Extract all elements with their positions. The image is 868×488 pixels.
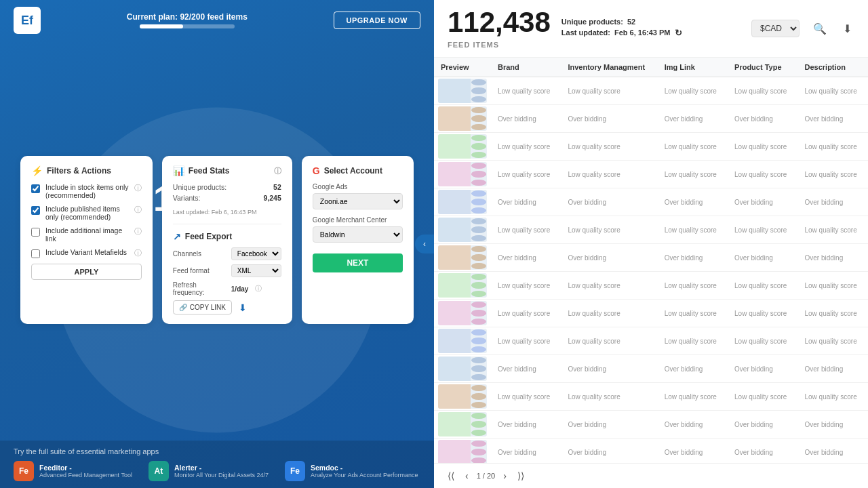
table-cell: Low quality score	[561, 383, 657, 411]
status-text: Low quality score	[498, 393, 550, 401]
preview-cell	[434, 133, 491, 161]
thumb-dot	[471, 357, 486, 363]
thumb-dot	[471, 246, 486, 252]
status-text: Low quality score	[665, 393, 717, 401]
status-text: Low quality score	[665, 282, 717, 289]
thumb-dot	[471, 218, 486, 224]
status-text: Low quality score	[734, 282, 787, 289]
channels-select[interactable]: Facebook	[231, 247, 281, 260]
thumb-dot	[471, 402, 486, 408]
merchant-center-section: Google Merchant Center Baldwin	[313, 216, 403, 243]
filter-label: Include additional image link	[45, 226, 129, 243]
status-text: Low quality score	[665, 87, 717, 95]
filter-row: Include Variant Metafieldsⓘ	[31, 248, 142, 258]
table-header-cell: Description	[798, 58, 869, 77]
refresh-row: Refresh frequency: 1/day ⓘ	[173, 281, 281, 296]
variants-row: Variants: 9,245	[173, 194, 281, 202]
thumb-dot	[471, 79, 486, 85]
status-text: Over bidding	[498, 421, 536, 428]
thumb-left	[438, 384, 471, 409]
thumb-dot	[471, 274, 486, 280]
refresh-icon[interactable]: ↻	[675, 28, 682, 38]
status-text: Low quality score	[498, 143, 550, 150]
thumb-left	[438, 301, 471, 325]
status-text: Over bidding	[665, 365, 703, 373]
thumb-right	[471, 412, 487, 436]
table-cell: Low quality score	[658, 161, 728, 188]
filter-checkbox[interactable]	[31, 228, 40, 237]
status-text: Over bidding	[734, 254, 773, 262]
thumb-inner	[438, 162, 487, 186]
table-cell: Low quality score	[561, 161, 657, 188]
table-head: PreviewBrandInventory ManagmentImg LinkP…	[434, 58, 868, 77]
table-cell: Over bidding	[491, 355, 561, 383]
right-big-count: 112,438	[448, 8, 551, 37]
table-row: Low quality scoreLow quality scoreLow qu…	[434, 77, 868, 105]
table-cell: Over bidding	[798, 355, 869, 383]
thumb-left	[438, 79, 471, 103]
app-item: Fe Semdoc - Analyze Your Ads Account Per…	[285, 461, 418, 481]
status-text: Low quality score	[568, 393, 620, 401]
right-count-block: 112,438 FEED ITEMS	[448, 8, 551, 49]
app-icon: At	[149, 461, 169, 481]
table-cell: Low quality score	[728, 383, 797, 411]
apply-button[interactable]: APPLY	[31, 264, 142, 280]
filter-checkbox[interactable]	[31, 206, 40, 215]
info-icon: ⓘ	[134, 205, 142, 215]
thumb-inner	[438, 218, 487, 242]
download-button[interactable]: ⬇	[840, 20, 854, 38]
status-text: Over bidding	[734, 365, 773, 373]
download-icon[interactable]: ⬇	[239, 302, 247, 313]
link-icon: 🔗	[179, 304, 187, 311]
app-item: Fe Feeditor - Advanced Feed Management T…	[14, 461, 132, 481]
toggle-panel-button[interactable]: ‹	[415, 235, 434, 253]
upgrade-button[interactable]: UPGRADE NOW	[334, 12, 420, 29]
next-button[interactable]: NEXT	[313, 253, 403, 272]
thumb-right	[471, 384, 487, 409]
table-cell: Over bidding	[658, 439, 728, 464]
feed-stats-card: 📊 Feed Stats ⓘ Unique products: 52 Varia…	[162, 156, 292, 324]
next-page-button[interactable]: ›	[500, 469, 509, 483]
status-text: Over bidding	[568, 421, 606, 428]
thumb-inner	[438, 273, 487, 298]
thumb-dot	[471, 441, 486, 447]
currency-select[interactable]: $CAD$USD€EUR	[751, 20, 800, 37]
status-text: Over bidding	[568, 365, 606, 373]
search-button[interactable]: 🔍	[810, 20, 829, 38]
thumb-dot	[471, 226, 486, 232]
status-text: Low quality score	[498, 87, 550, 95]
last-page-button[interactable]: ⟩⟩	[515, 469, 527, 483]
first-page-button[interactable]: ⟨⟨	[445, 469, 457, 483]
google-ads-select[interactable]: Zooni.ae	[313, 193, 403, 209]
thumb-left	[438, 245, 471, 270]
info-icon-stats: ⓘ	[274, 166, 281, 176]
thumb-dot	[471, 319, 486, 325]
status-text: Over bidding	[805, 449, 844, 456]
table-cell: Low quality score	[798, 161, 869, 188]
preview-thumb	[438, 106, 487, 131]
table-cell: Low quality score	[728, 327, 797, 355]
thumb-right	[471, 134, 487, 159]
thumb-dot	[471, 207, 486, 214]
format-select[interactable]: XML	[231, 264, 281, 277]
copy-link-button[interactable]: 🔗 COPY LINK	[173, 300, 232, 314]
table-cell: Low quality score	[561, 300, 657, 327]
preview-thumb	[438, 440, 487, 463]
filters-card-header: ⚡ Filters & Actions	[31, 165, 142, 176]
table-cell: Low quality score	[798, 327, 869, 355]
google-ads-section: Google Ads Zooni.ae	[313, 183, 403, 209]
filter-checkbox[interactable]	[31, 249, 40, 258]
status-text: Low quality score	[805, 282, 857, 289]
filter-checkbox[interactable]	[31, 184, 40, 193]
prev-page-button[interactable]: ‹	[462, 469, 471, 483]
table-cell: Over bidding	[561, 105, 657, 133]
table-cell: Low quality score	[561, 216, 657, 244]
filter-label: Include Variant Metafields	[45, 248, 129, 256]
merchant-center-select[interactable]: Baldwin	[313, 226, 403, 243]
table-cell: Over bidding	[798, 244, 869, 272]
google-icon: G	[313, 165, 320, 176]
table-cell: Over bidding	[658, 355, 728, 383]
status-text: Over bidding	[734, 199, 773, 206]
table-cell: Over bidding	[561, 188, 657, 216]
thumb-dot	[471, 393, 486, 399]
